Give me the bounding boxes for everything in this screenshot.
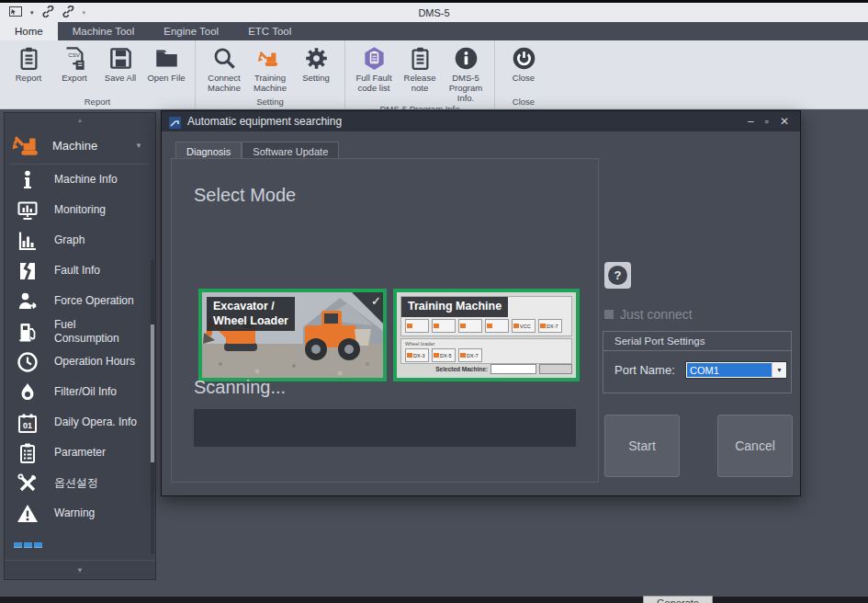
ribbon-button-export[interactable]: CSVExport bbox=[51, 40, 97, 97]
sidebar-item-fuel-consumption[interactable]: Fuel Consumption bbox=[5, 316, 155, 347]
just-connect-checkbox[interactable] bbox=[604, 310, 614, 319]
tab-home[interactable]: Home bbox=[0, 22, 58, 40]
preview-machine-button: DX-7 bbox=[538, 319, 562, 333]
ribbon-button-report[interactable]: Report bbox=[6, 40, 51, 97]
dialog-title: Automatic equipment searching bbox=[187, 115, 748, 128]
ribbon-button-release-note[interactable]: Release note bbox=[397, 40, 443, 104]
sidebar-item-label: 옵션설정 bbox=[54, 476, 98, 490]
ribbon-button-save-all[interactable]: Save All bbox=[97, 40, 143, 97]
ribbon-button-dms-5-program-info[interactable]: DMS-5 Program Info. bbox=[443, 40, 489, 104]
dialog-minimize-button[interactable]: – bbox=[748, 116, 754, 127]
sidebar-item-monitoring[interactable]: Monitoring bbox=[5, 195, 155, 225]
start-button[interactable]: Start bbox=[604, 415, 680, 477]
graph-icon bbox=[16, 230, 39, 252]
sidebar-header-machine[interactable]: Machine ▼ bbox=[5, 127, 155, 164]
ribbon-button-training-machine[interactable]: Training Machine bbox=[247, 40, 293, 97]
sidebar-scroll-up-icon[interactable]: ▲ bbox=[5, 113, 155, 127]
preview-machine-button bbox=[485, 319, 509, 333]
sidebar-item-label: Fault Info bbox=[54, 264, 100, 278]
preview-machine-button bbox=[405, 319, 429, 333]
sidebar-item-label: Monitoring bbox=[54, 203, 106, 217]
app-window-icon[interactable] bbox=[9, 5, 22, 21]
preview-machine-button: DX-3 bbox=[405, 348, 429, 362]
export-icon: CSV bbox=[62, 46, 87, 71]
sidebar-item-operation-hours[interactable]: Operation Hours bbox=[5, 347, 155, 377]
clock-icon bbox=[16, 351, 39, 373]
sidebar-scrollbar-thumb[interactable] bbox=[151, 324, 154, 462]
power-icon bbox=[512, 46, 536, 71]
open-file-icon bbox=[154, 46, 179, 71]
preview-machine-button bbox=[432, 319, 456, 333]
sidebar-item-machine-info[interactable]: Machine Info bbox=[5, 165, 155, 195]
dialog-automatic-equipment-searching: Automatic equipment searching – ▫ ✕ Diag… bbox=[161, 110, 801, 496]
ribbon-button-close[interactable]: Close bbox=[501, 40, 547, 97]
ribbon-group-label: Setting bbox=[201, 97, 339, 108]
ribbon-button-setting[interactable]: Setting bbox=[293, 40, 339, 97]
sidebar: ▲ Machine ▼ Machine InfoMonitoringGraphF… bbox=[4, 112, 156, 580]
ribbon-button-connect-machine[interactable]: Connect Machine bbox=[201, 40, 247, 97]
ribbon-button-open-file[interactable]: Open File bbox=[143, 40, 189, 97]
setting-icon bbox=[304, 46, 329, 71]
sidebar-item-label: Force Operation bbox=[54, 294, 134, 308]
ribbon-group-setting: Connect MachineTraining MachineSettingSe… bbox=[195, 40, 344, 108]
sidebar-item-label: Filter/Oil Info bbox=[54, 385, 117, 399]
just-connect-option[interactable]: Just connect bbox=[604, 307, 693, 322]
sidebar-item-warning[interactable]: Warning bbox=[5, 498, 155, 529]
calendar-icon: 01 bbox=[16, 412, 39, 434]
sidebar-item-옵션설정[interactable]: 옵션설정 bbox=[5, 468, 155, 498]
selected-check-icon: ✓ bbox=[352, 292, 383, 324]
excavator-icon bbox=[258, 46, 283, 71]
fault-icon bbox=[16, 260, 39, 282]
droplet-icon bbox=[16, 381, 39, 404]
partially-visible-item-icon bbox=[14, 542, 42, 548]
sidebar-scroll-down-icon[interactable]: ▼ bbox=[5, 560, 155, 579]
ribbon-button-full-fault-code-list[interactable]: Full Fault code list bbox=[351, 40, 397, 104]
tab-etc-tool[interactable]: ETC Tool bbox=[233, 22, 306, 40]
tab-engine-tool[interactable]: Engine Tool bbox=[149, 22, 233, 40]
help-button[interactable]: ? bbox=[604, 262, 631, 289]
monitoring-icon bbox=[16, 199, 39, 222]
sidebar-item-label: Machine Info bbox=[54, 173, 118, 187]
sidebar-item-filter-oil-info[interactable]: Filter/Oil Info bbox=[5, 377, 155, 407]
sidebar-item-graph[interactable]: Graph bbox=[5, 225, 155, 256]
combo-dropdown-icon[interactable]: ▼ bbox=[772, 362, 786, 378]
ribbon-group-close: CloseClose bbox=[494, 40, 552, 108]
preview-group-label: Wheel loader bbox=[405, 341, 434, 347]
cancel-button[interactable]: Cancel bbox=[717, 415, 793, 477]
just-connect-label: Just connect bbox=[620, 307, 693, 322]
ribbon-group-dms-5-program-info: Full Fault code listRelease noteDMS-5 Pr… bbox=[344, 40, 494, 108]
ribbon-group-report: ReportCSVExportSave AllOpen FileReport bbox=[0, 40, 195, 108]
sidebar-item-daily-opera-info[interactable]: 01Daily Opera. Info bbox=[5, 407, 155, 438]
window-bottom-edge bbox=[0, 597, 868, 603]
dropdown-caret-icon[interactable]: ▾ bbox=[30, 9, 34, 16]
report-icon bbox=[408, 46, 433, 71]
dialog-maximize-button[interactable]: ▫ bbox=[765, 116, 769, 127]
info-circle-icon bbox=[454, 46, 479, 71]
sidebar-item-fault-info[interactable]: Fault Info bbox=[5, 256, 155, 286]
tab-machine-tool[interactable]: Machine Tool bbox=[58, 22, 150, 40]
preview-button bbox=[539, 364, 572, 374]
partial-generate-button[interactable]: Generate bbox=[643, 596, 713, 603]
sidebar-item-label: Operation Hours bbox=[54, 355, 135, 369]
dialog-close-button[interactable]: ✕ bbox=[780, 116, 789, 127]
mode-card-training-machine[interactable]: VCCDX-7 Wheel loader DX-3DX-5DX-7 Select… bbox=[393, 289, 580, 381]
ribbon-group-label: Close bbox=[501, 97, 547, 108]
preview-selected-machine-label: Selected Machine: bbox=[435, 366, 488, 372]
preview-machine-button: DX-7 bbox=[458, 348, 482, 362]
full-fault-icon bbox=[362, 46, 387, 71]
port-name-select[interactable]: COM1 ▼ bbox=[685, 361, 787, 379]
link-icon[interactable] bbox=[42, 5, 54, 21]
ribbon-button-label: DMS-5 Program Info. bbox=[443, 74, 489, 104]
card-label: Excavator / Wheel Loader bbox=[207, 297, 295, 331]
mode-card-excavator-wheel-loader[interactable]: Excavator / Wheel Loader ✓ bbox=[198, 289, 387, 381]
sidebar-item-label: Graph bbox=[54, 233, 85, 247]
excavator-icon bbox=[12, 133, 45, 157]
dialog-titlebar[interactable]: Automatic equipment searching – ▫ ✕ bbox=[162, 111, 800, 131]
customize-caret-icon[interactable]: ▾ bbox=[83, 9, 86, 16]
force-icon bbox=[16, 290, 39, 313]
link-icon[interactable] bbox=[62, 5, 74, 21]
ribbon-button-label: Close bbox=[513, 74, 535, 84]
preview-machine-button: DX-5 bbox=[432, 348, 456, 362]
sidebar-item-force-operation[interactable]: Force Operation bbox=[5, 286, 155, 316]
sidebar-item-parameter[interactable]: Parameter bbox=[5, 438, 155, 468]
